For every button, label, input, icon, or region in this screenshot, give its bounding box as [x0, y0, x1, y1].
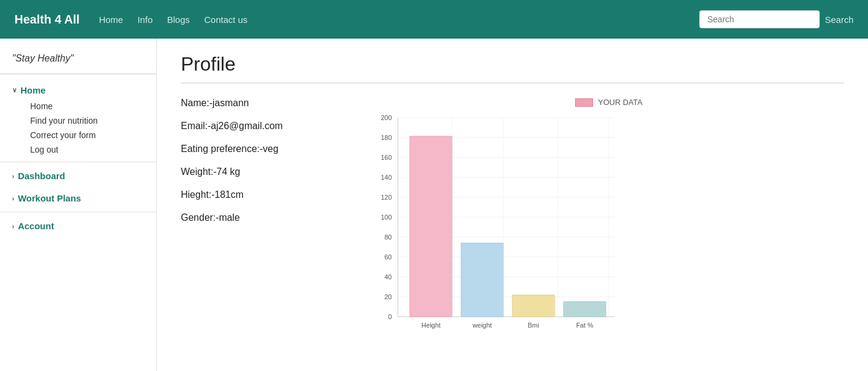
svg-text:40: 40 — [385, 273, 392, 281]
svg-text:Fat %: Fat % — [576, 322, 594, 329]
bar-weight — [461, 243, 503, 317]
sidebar-workout-label: Workout Plans — [18, 193, 81, 203]
svg-text:180: 180 — [381, 134, 392, 141]
svg-text:200: 200 — [381, 114, 392, 121]
sidebar-workout-header[interactable]: › Workout Plans — [0, 189, 156, 207]
sidebar-item-logout[interactable]: Log out — [18, 142, 156, 157]
profile-info: Name:-jasmann Email:-aj26@gmail.com Eati… — [181, 98, 350, 235]
chart-container: 0 20 40 60 80 100 120 — [374, 112, 627, 341]
nav-contact[interactable]: Contact us — [204, 14, 248, 25]
search-area: Search — [699, 10, 854, 28]
navbar: Health 4 All Home Info Blogs Contact us … — [0, 0, 868, 39]
sidebar-dashboard-header[interactable]: › Dashboard — [0, 167, 156, 185]
profile-gender: Gender:-male — [181, 212, 350, 223]
svg-text:120: 120 — [381, 194, 392, 201]
main-content: Profile Name:-jasmann Email:-aj26@gmail.… — [157, 39, 868, 371]
bar-chart-svg: 0 20 40 60 80 100 120 — [374, 112, 627, 341]
sidebar-section-workout: › Workout Plans — [0, 189, 156, 207]
sidebar-section-home: ∨ Home Home Find your nutrition Correct … — [0, 81, 156, 157]
profile-email: Email:-aj26@gmail.com — [181, 121, 350, 132]
sidebar: "Stay Healthy" ∨ Home Home Find your nut… — [0, 39, 157, 371]
brand-name: Health 4 All — [14, 13, 80, 27]
sidebar-account-label: Account — [18, 221, 54, 231]
sidebar-section-dashboard: › Dashboard — [0, 167, 156, 185]
profile-name: Name:-jasmann — [181, 98, 350, 109]
chart-legend: YOUR DATA — [374, 98, 844, 107]
sidebar-item-find-nutrition[interactable]: Find your nutrition — [18, 113, 156, 128]
svg-text:100: 100 — [381, 214, 392, 221]
page-title: Profile — [181, 53, 844, 75]
profile-eating-preference: Eating preference:-veg — [181, 144, 350, 154]
search-input[interactable] — [699, 10, 820, 28]
sidebar-divider-2 — [0, 212, 156, 212]
nav-info[interactable]: Info — [137, 14, 153, 25]
sidebar-item-home[interactable]: Home — [18, 99, 156, 113]
page-divider — [181, 83, 844, 83]
sidebar-home-label: Home — [20, 85, 46, 95]
chart-legend-label: YOUR DATA — [598, 98, 643, 107]
chevron-home-icon: ∨ — [12, 86, 17, 94]
svg-text:Height: Height — [421, 322, 441, 329]
chevron-dashboard-icon: › — [12, 173, 14, 180]
svg-text:160: 160 — [381, 154, 392, 161]
sidebar-item-correct-form[interactable]: Correct your form — [18, 128, 156, 142]
svg-text:80: 80 — [385, 233, 392, 241]
nav-links: Home Info Blogs Contact us — [99, 14, 699, 25]
main-layout: "Stay Healthy" ∨ Home Home Find your nut… — [0, 39, 868, 371]
profile-weight: Weight:-74 kg — [181, 166, 350, 177]
svg-text:Bmi: Bmi — [528, 322, 539, 329]
bar-height — [410, 136, 452, 317]
nav-blogs[interactable]: Blogs — [167, 14, 190, 25]
sidebar-section-account: › Account — [0, 217, 156, 235]
sidebar-home-header[interactable]: ∨ Home — [0, 81, 156, 99]
svg-text:weight: weight — [472, 322, 492, 329]
bar-bmi — [512, 295, 555, 317]
profile-height: Hieght:-181cm — [181, 189, 350, 200]
svg-text:0: 0 — [388, 313, 392, 320]
search-button[interactable]: Search — [825, 14, 854, 25]
svg-text:20: 20 — [385, 293, 392, 300]
profile-area: Name:-jasmann Email:-aj26@gmail.com Eati… — [181, 98, 844, 341]
sidebar-divider-1 — [0, 162, 156, 162]
svg-text:140: 140 — [381, 174, 392, 181]
svg-text:60: 60 — [385, 253, 392, 261]
sidebar-tagline: "Stay Healthy" — [0, 48, 156, 74]
sidebar-home-subitems: Home Find your nutrition Correct your fo… — [0, 99, 156, 157]
sidebar-account-header[interactable]: › Account — [0, 217, 156, 235]
sidebar-dashboard-label: Dashboard — [18, 171, 65, 181]
nav-home[interactable]: Home — [99, 14, 123, 25]
bar-fat — [564, 302, 606, 317]
sidebar-divider-top — [0, 74, 156, 74]
legend-color-box — [575, 98, 593, 107]
chevron-account-icon: › — [12, 223, 14, 230]
chevron-workout-icon: › — [12, 195, 14, 202]
chart-area: YOUR DATA 0 — [374, 98, 844, 341]
